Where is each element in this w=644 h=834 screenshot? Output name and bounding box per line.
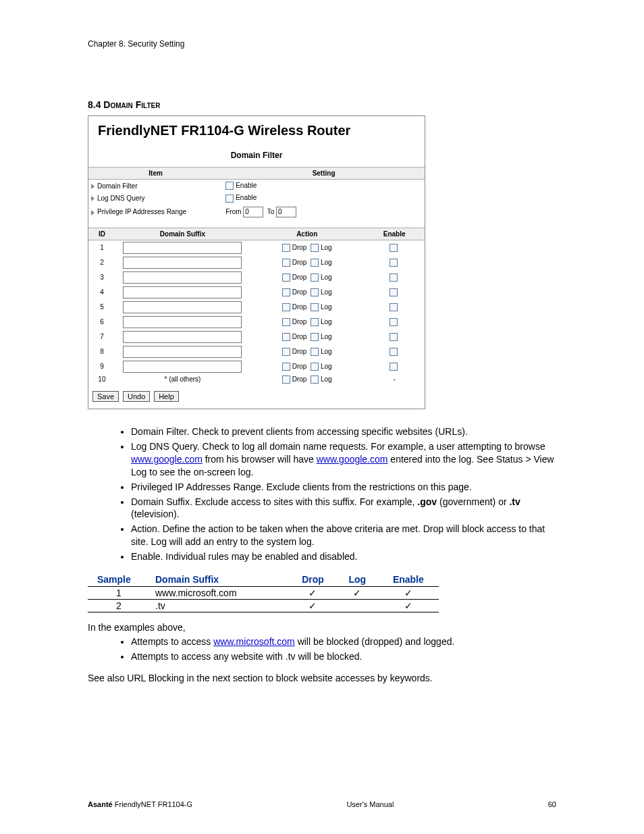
- drop-checkbox[interactable]: [282, 244, 290, 252]
- filter-row-id: 4: [88, 285, 115, 300]
- drop-label: Drop: [292, 303, 307, 311]
- filter-row-id: 3: [88, 270, 115, 285]
- enable-checkbox[interactable]: [390, 318, 398, 326]
- drop-checkbox[interactable]: [282, 318, 290, 326]
- label-priv-range: Privilege IP Addresses Range: [97, 208, 186, 215]
- sample-header-log: Log: [337, 573, 378, 587]
- footer-page-number: 60: [548, 800, 556, 808]
- enable-checkbox[interactable]: [390, 244, 398, 252]
- enable-checkbox[interactable]: [390, 363, 398, 371]
- label-log-dns: Log DNS Query: [97, 194, 145, 202]
- link[interactable]: www.google.com: [317, 454, 388, 465]
- list-item: Domain Filter. Check to prevent clients …: [131, 425, 556, 438]
- enable-checkbox[interactable]: [390, 259, 398, 267]
- section-title: Domain Filter: [103, 99, 160, 110]
- log-checkbox[interactable]: [311, 375, 319, 384]
- domain-suffix-input[interactable]: [123, 286, 242, 298]
- drop-checkbox[interactable]: [282, 288, 290, 296]
- checkbox-log-dns-enable[interactable]: [225, 194, 234, 203]
- drop-label: Drop: [292, 244, 307, 251]
- chapter-header: Chapter 8. Security Setting: [88, 39, 556, 49]
- link[interactable]: www.microsoft.com: [213, 636, 295, 647]
- drop-label: Drop: [292, 318, 307, 325]
- sample-cell: ✓: [337, 586, 378, 599]
- log-checkbox[interactable]: [311, 259, 319, 267]
- log-checkbox[interactable]: [311, 273, 319, 282]
- link[interactable]: www.google.com: [131, 454, 203, 465]
- filter-row-action: Drop Log: [250, 255, 364, 270]
- domain-suffix-input[interactable]: [123, 257, 242, 269]
- drop-checkbox[interactable]: [282, 333, 290, 341]
- drop-label: Drop: [292, 333, 307, 340]
- examples-intro: In the examples above,: [88, 622, 556, 633]
- log-checkbox[interactable]: [311, 318, 319, 326]
- list-item: Attempts to access www.microsoft.com wil…: [131, 635, 556, 648]
- save-button[interactable]: Save: [92, 391, 119, 402]
- log-checkbox[interactable]: [311, 363, 319, 371]
- list-item: Attempts to access any website with .tv …: [131, 650, 556, 663]
- domain-suffix-input[interactable]: [123, 271, 242, 284]
- closing-text: See also URL Blocking in the next sectio…: [88, 673, 556, 683]
- enable-checkbox[interactable]: [390, 333, 398, 341]
- arrow-icon: [91, 210, 95, 215]
- drop-checkbox[interactable]: [282, 259, 290, 267]
- log-label: Log: [321, 303, 332, 311]
- drop-label: Drop: [292, 259, 307, 266]
- enable-checkbox[interactable]: [390, 273, 398, 282]
- drop-checkbox[interactable]: [282, 363, 290, 371]
- filter-row-action: Drop Log: [250, 330, 364, 344]
- filter-row-id: 2: [88, 255, 115, 270]
- log-checkbox[interactable]: [311, 244, 319, 252]
- drop-checkbox[interactable]: [282, 273, 290, 282]
- log-label: Log: [321, 333, 332, 340]
- panel-title: Domain Filter: [88, 151, 425, 160]
- list-item: Enable. Individual rules may be enabled …: [131, 550, 556, 563]
- domain-suffix-input[interactable]: [123, 331, 242, 343]
- drop-checkbox[interactable]: [282, 303, 290, 311]
- sample-cell: [337, 599, 378, 612]
- domain-suffix-input[interactable]: [123, 346, 242, 358]
- opt-enable: Enable: [236, 182, 257, 189]
- filter-row-id: 10: [88, 374, 115, 385]
- sample-header-suffix: Domain Suffix: [150, 573, 289, 587]
- examples-list: Attempts to access www.microsoft.com wil…: [88, 635, 556, 663]
- filter-row-id: 1: [88, 240, 115, 255]
- drop-label: Drop: [292, 363, 307, 370]
- domain-suffix-input[interactable]: [123, 316, 242, 328]
- sample-header-sample: Sample: [88, 573, 150, 587]
- drop-checkbox[interactable]: [282, 348, 290, 356]
- log-label: Log: [321, 244, 332, 251]
- section-heading: 8.4 Domain Filter: [88, 99, 556, 110]
- log-checkbox[interactable]: [311, 348, 319, 356]
- drop-checkbox[interactable]: [282, 375, 290, 384]
- router-product-title: FriendlyNET FR1104-G Wireless Router: [88, 116, 425, 151]
- enable-checkbox[interactable]: [390, 348, 398, 356]
- sample-cell: ✓: [289, 586, 337, 599]
- undo-button[interactable]: Undo: [123, 391, 150, 402]
- help-button[interactable]: Help: [154, 391, 179, 402]
- filter-row-action: Drop Log: [250, 285, 364, 300]
- header-setting: Setting: [223, 167, 425, 180]
- log-checkbox[interactable]: [311, 288, 319, 296]
- checkbox-domain-filter-enable[interactable]: [225, 182, 234, 190]
- from-input[interactable]: [243, 207, 263, 217]
- log-label: Log: [321, 273, 332, 281]
- config-table: Item Setting Domain Filter Enable Log DN…: [88, 167, 425, 219]
- domain-suffix-input[interactable]: [123, 242, 242, 254]
- enable-dash: -: [364, 374, 425, 385]
- enable-checkbox[interactable]: [390, 303, 398, 311]
- arrow-icon: [91, 196, 95, 201]
- domain-suffix-input[interactable]: [123, 361, 242, 373]
- sample-cell: ✓: [378, 599, 439, 612]
- enable-checkbox[interactable]: [390, 288, 398, 296]
- to-input[interactable]: [276, 207, 296, 217]
- list-item: Log DNS Query. Check to log all domain n…: [131, 440, 556, 479]
- list-item: Privileged IP Addresses Range. Exclude c…: [131, 481, 556, 494]
- log-checkbox[interactable]: [311, 333, 319, 341]
- log-checkbox[interactable]: [311, 303, 319, 311]
- to-label: To: [267, 207, 275, 215]
- from-label: From: [225, 207, 241, 215]
- section-number: 8.4: [88, 99, 103, 110]
- domain-suffix-input[interactable]: [123, 301, 242, 313]
- footer-center: User's Manual: [346, 800, 394, 808]
